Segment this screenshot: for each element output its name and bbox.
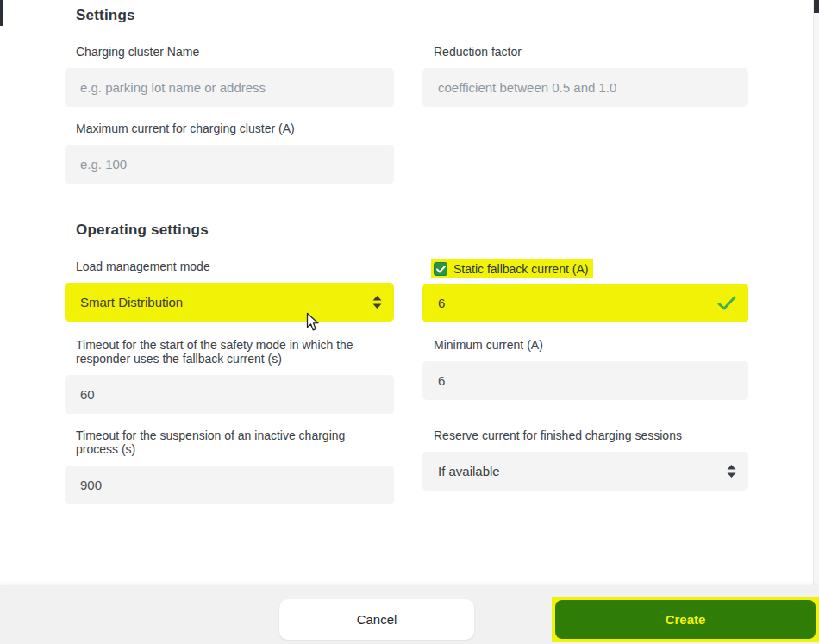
charging-cluster-settings-form: Settings Charging cluster Name Reduction… [65, 7, 748, 504]
form-row: Maximum current for charging cluster (A) [65, 122, 748, 184]
form-row: Load management mode Smart Distribution [65, 259, 748, 322]
static-fallback-row: Static fallback current (A) [422, 259, 748, 282]
select-arrows-icon [372, 296, 382, 309]
create-button[interactable]: Create [555, 600, 816, 639]
load-management-mode-label: Load management mode [76, 259, 386, 273]
max-current-label: Maximum current for charging cluster (A) [76, 122, 386, 135]
reserve-current-label: Reserve current for finished charging se… [434, 428, 744, 442]
reserve-current-value: If available [438, 464, 500, 478]
suspension-timeout-label: Timeout for the suspension of an inactiv… [76, 428, 386, 456]
suspension-timeout-field: Timeout for the suspension of an inactiv… [65, 428, 394, 504]
max-current-field: Maximum current for charging cluster (A) [65, 122, 394, 184]
form-row: Timeout for the start of the safety mode… [65, 338, 748, 414]
static-fallback-field: Static fallback current (A) [422, 259, 748, 322]
minimum-current-label: Minimum current (A) [434, 338, 744, 352]
static-fallback-highlight: Static fallback current (A) [431, 259, 593, 278]
minimum-current-input[interactable] [422, 361, 748, 400]
load-management-mode-value: Smart Distribution [80, 295, 183, 309]
static-fallback-input-wrap [422, 284, 748, 322]
settings-section-heading: Settings [76, 7, 748, 24]
cancel-button[interactable]: Cancel [279, 599, 474, 640]
reduction-factor-input[interactable] [422, 68, 748, 107]
safety-timeout-field: Timeout for the start of the safety mode… [65, 338, 394, 414]
checkbox-check-icon [436, 266, 446, 273]
suspension-timeout-input[interactable] [65, 466, 394, 504]
charging-cluster-name-field: Charging cluster Name [65, 45, 394, 107]
load-management-mode-field: Load management mode Smart Distribution [65, 259, 394, 322]
reduction-factor-field: Reduction factor [422, 45, 748, 107]
operating-settings-heading: Operating settings [76, 222, 748, 239]
valid-checkmark-icon [717, 296, 736, 310]
safety-timeout-input[interactable] [65, 375, 394, 414]
create-button-highlight: Create [552, 597, 819, 642]
minimum-current-field: Minimum current (A) [422, 338, 748, 414]
load-management-mode-select[interactable]: Smart Distribution [65, 283, 394, 322]
modal-footer: Cancel Create [0, 585, 819, 644]
page-edge-dark-strip-left [0, 0, 3, 26]
static-fallback-current-input[interactable] [422, 284, 748, 322]
static-fallback-label: Static fallback current (A) [453, 262, 588, 276]
static-fallback-checkbox[interactable] [434, 262, 447, 276]
reserve-current-field: Reserve current for finished charging se… [422, 428, 748, 504]
scrollbar-track[interactable] [813, 0, 819, 595]
reserve-current-select[interactable]: If available [422, 452, 748, 491]
charging-cluster-name-label: Charging cluster Name [76, 45, 386, 59]
scrollbar-thumb-dark[interactable] [814, 0, 819, 13]
form-row: Timeout for the suspension of an inactiv… [65, 428, 748, 504]
safety-timeout-label: Timeout for the start of the safety mode… [76, 338, 386, 366]
reduction-factor-label: Reduction factor [434, 45, 744, 59]
max-current-input[interactable] [65, 145, 394, 184]
form-row: Charging cluster Name Reduction factor [65, 45, 748, 107]
select-arrows-icon [727, 465, 736, 478]
charging-cluster-name-input[interactable] [65, 68, 394, 107]
